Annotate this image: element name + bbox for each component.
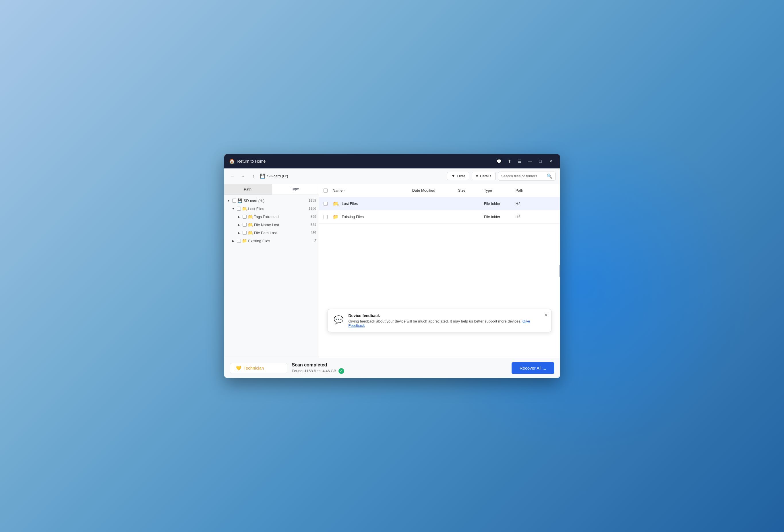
- row-path-lost: H:\: [515, 201, 556, 206]
- title-bar: 🏠 Return to Home 💬 ⬆ ☰ — □ ✕: [224, 154, 560, 169]
- filter-icon: ▼: [451, 174, 455, 178]
- scan-completed-label: Scan completed: [292, 362, 507, 367]
- technician-button[interactable]: 💛 Technician: [230, 363, 287, 373]
- scan-details: Found: 1158 files, 4.46 GB ✓: [292, 368, 507, 374]
- col-date-header: Date Modified: [412, 188, 458, 193]
- select-all-checkbox[interactable]: [324, 188, 328, 193]
- drive-label: SD-card (H:): [267, 174, 288, 178]
- minimize-button[interactable]: —: [526, 157, 535, 166]
- feedback-icon: 💬: [332, 313, 345, 326]
- tree-item-existing[interactable]: ▶ 📁 Existing Files 2: [224, 237, 319, 245]
- row-checkbox-existing[interactable]: [324, 215, 328, 219]
- tree-toggle-sdcard[interactable]: ▼: [226, 198, 231, 203]
- tree-label-existing: Existing Files: [248, 239, 312, 243]
- file-row-existing[interactable]: 📁 Existing Files File folder H:\: [319, 210, 560, 224]
- app-window: 🏠 Return to Home 💬 ⬆ ☰ — □ ✕ ← → ↑ 💾 SD-…: [224, 154, 560, 378]
- tree-toggle-filename[interactable]: ▶: [237, 223, 242, 227]
- tree-toggle-lost[interactable]: ▼: [231, 206, 236, 211]
- collapse-sidebar-handle[interactable]: ◀: [559, 265, 560, 276]
- upload-button[interactable]: ⬆: [505, 157, 514, 166]
- tree-checkbox-tags[interactable]: [243, 215, 247, 219]
- recover-all-button[interactable]: Recover All ...: [511, 362, 554, 374]
- title-bar-controls: 💬 ⬆ ☰ — □ ✕: [495, 157, 556, 166]
- tree-item-sdcard[interactable]: ▼ 💾 SD-card (H:) 1158: [224, 197, 319, 205]
- tab-path[interactable]: Path: [224, 184, 272, 195]
- up-button[interactable]: ↑: [249, 172, 257, 180]
- menu-button[interactable]: ☰: [515, 157, 525, 166]
- tree-label-lost: Lost Files: [248, 207, 306, 211]
- tree-toggle-tags[interactable]: ▶: [237, 214, 242, 219]
- technician-label: Technician: [244, 365, 264, 371]
- row-icon-existing: 📁: [333, 214, 338, 219]
- sdcard-icon: 💾: [237, 198, 243, 203]
- file-row-lost-files[interactable]: 📁 Lost Files File folder H:\: [319, 197, 560, 210]
- tree-checkbox-lost[interactable]: [237, 207, 241, 211]
- window-title: Return to Home: [237, 159, 266, 164]
- tree-label-filename: File Name Lost: [254, 223, 308, 227]
- feedback-text: Device feedback Giving feedback about yo…: [348, 313, 537, 328]
- tree-count-filepath: 436: [310, 231, 316, 235]
- sidebar-tree: ▼ 💾 SD-card (H:) 1158 ▼ 📁 Lost Files 115…: [224, 195, 319, 358]
- back-button[interactable]: ←: [229, 172, 237, 180]
- name-header-label: Name: [333, 188, 343, 193]
- col-name-header[interactable]: Name ↑: [333, 188, 412, 193]
- tags-icon: 📁: [248, 214, 253, 219]
- tree-item-tags[interactable]: ▶ 📁 Tags Extracted 399: [224, 213, 319, 221]
- row-name-lost: 📁 Lost Files: [333, 201, 412, 206]
- forward-button[interactable]: →: [239, 172, 247, 180]
- close-button[interactable]: ✕: [546, 157, 556, 166]
- scan-details-text: Found: 1158 files, 4.46 GB: [292, 369, 336, 373]
- file-list-header: Name ↑ Date Modified Size Type Path: [319, 184, 560, 197]
- col-type-header: Type: [484, 188, 515, 193]
- sidebar-tabs: Path Type: [224, 184, 319, 195]
- app-icon: 🏠: [229, 158, 235, 165]
- row-check-lost: [324, 202, 333, 206]
- tree-toggle-filepath[interactable]: ▶: [237, 230, 242, 235]
- tab-type[interactable]: Type: [272, 184, 319, 195]
- file-list: ◀ Name ↑ Date Modified Size Type Path: [319, 184, 560, 358]
- header-check: [324, 188, 333, 193]
- tree-checkbox-sdcard[interactable]: [232, 199, 236, 203]
- col-size-header: Size: [458, 188, 484, 193]
- search-icon: 🔍: [547, 173, 552, 179]
- feedback-message: Giving feedback about your device will b…: [348, 319, 537, 328]
- drive-icon: 💾: [260, 173, 265, 179]
- feedback-close-button[interactable]: ✕: [544, 312, 548, 318]
- tree-item-filename-lost[interactable]: ▶ 📁 File Name Lost 321: [224, 221, 319, 229]
- bottom-bar: 💛 Technician Scan completed Found: 1158 …: [224, 358, 560, 378]
- tree-checkbox-existing[interactable]: [237, 239, 241, 243]
- row-label-existing: Existing Files: [342, 215, 364, 219]
- filepath-icon: 📁: [248, 230, 253, 235]
- feedback-title: Device feedback: [348, 313, 537, 318]
- tree-checkbox-filename[interactable]: [243, 223, 247, 227]
- breadcrumb: 💾 SD-card (H:): [260, 173, 445, 179]
- row-type-existing: File folder: [484, 215, 515, 219]
- filter-button[interactable]: ▼ Filter: [447, 172, 469, 180]
- row-label-lost: Lost Files: [342, 201, 358, 206]
- details-button[interactable]: ≡ Details: [472, 172, 496, 180]
- row-path-existing: H:\: [515, 215, 556, 219]
- row-checkbox-lost[interactable]: [324, 202, 328, 206]
- search-input[interactable]: [501, 174, 545, 178]
- tree-toggle-existing[interactable]: ▶: [231, 238, 236, 243]
- row-icon-lost: 📁: [333, 201, 338, 206]
- toolbar-right: ▼ Filter ≡ Details 🔍: [447, 172, 555, 180]
- row-type-lost: File folder: [484, 201, 515, 206]
- tree-item-lost-files[interactable]: ▼ 📁 Lost Files 1156: [224, 205, 319, 213]
- scan-check-icon: ✓: [338, 368, 344, 374]
- existing-files-icon: 📁: [242, 238, 247, 243]
- tree-item-filepath-lost[interactable]: ▶ 📁 File Path Lost 436: [224, 229, 319, 237]
- tree-label-tags: Tags Extracted: [254, 215, 308, 219]
- maximize-button[interactable]: □: [536, 157, 545, 166]
- filename-icon: 📁: [248, 222, 253, 227]
- row-name-existing: 📁 Existing Files: [333, 214, 412, 219]
- filter-label: Filter: [457, 174, 465, 178]
- main-content: Path Type ▼ 💾 SD-card (H:) 1158 ▼ 📁 L: [224, 184, 560, 358]
- feedback-toast: 💬 Device feedback Giving feedback about …: [328, 309, 552, 332]
- name-sort-icon: ↑: [344, 189, 345, 192]
- tree-count-filename: 321: [310, 223, 316, 227]
- scan-info: Scan completed Found: 1158 files, 4.46 G…: [292, 362, 507, 374]
- technician-icon: 💛: [236, 365, 242, 371]
- tree-checkbox-filepath[interactable]: [243, 231, 247, 235]
- chat-button[interactable]: 💬: [495, 157, 504, 166]
